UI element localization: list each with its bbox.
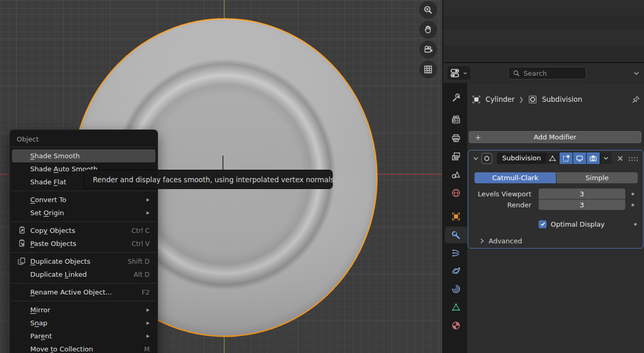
tab-world[interactable] [445,184,467,201]
render-icon [451,115,461,125]
menu-item-set-origin[interactable]: Set Origin▶ [12,206,155,219]
simple-button[interactable]: Simple [556,172,638,183]
menu-item-label: Move to Collection [12,345,93,353]
editor-type-button[interactable] [447,66,470,80]
context-menu-title: Object [10,134,157,145]
grid-icon [423,64,433,75]
advanced-section-toggle[interactable]: Advanced [480,236,522,246]
chevron-right-icon [480,238,484,244]
properties-editor: Search Cylinder ❯ Subd [443,63,644,353]
subdivision-modifier-icon [481,153,492,164]
tooltip-text: Render and display faces smooth, using i… [93,175,336,184]
keyframe-dot[interactable] [634,223,637,226]
zoom-gizmo[interactable] [419,1,437,19]
add-modifier-label: Add Modifier [534,133,577,141]
menu-item-mirror[interactable]: Mirror▶ [12,303,155,316]
camera-view-gizmo[interactable] [419,41,437,58]
menu-item-shortcut: Ctrl C [131,227,155,234]
add-modifier-button[interactable]: + Add Modifier [469,131,641,143]
pan-gizmo[interactable] [419,21,437,39]
subdivision-modifier-icon [528,95,538,104]
vertex-triangle-icon [549,155,556,162]
mesh-data-icon [451,302,461,312]
drag-handle-icon[interactable] [628,154,639,163]
optimal-display-checkbox[interactable] [539,220,546,228]
breadcrumb: Cylinder ❯ Subdivision [471,93,641,105]
chevron-down-icon [463,71,467,75]
pin-icon[interactable] [631,95,641,104]
edit-mode-toggle[interactable] [560,152,573,164]
subdivision-modifier-panel: Subdivision [468,150,643,249]
delete-modifier-button[interactable] [615,156,625,161]
submenu-arrow-icon: ▶ [147,308,155,312]
submenu-arrow-icon: ▶ [147,321,155,325]
menu-item-snap[interactable]: Snap▶ [12,316,155,330]
menu-separator [11,147,156,147]
menu-item-paste-objects[interactable]: Paste ObjectsCtrl V [12,237,155,250]
catmull-clark-button[interactable]: Catmull-Clark [475,172,556,183]
tab-render[interactable] [445,111,467,128]
menu-item-rename-active-object[interactable]: Rename Active Object...F2 [12,286,155,299]
breadcrumb-modifier[interactable]: Subdivision [542,95,582,103]
properties-main: Cylinder ❯ Subdivision + Add Modifier [467,83,644,353]
tab-modifiers[interactable] [445,227,467,243]
object-orange-icon [451,211,461,221]
tab-constraints[interactable] [445,280,467,297]
properties-editor-icon [451,69,462,77]
object-icon [471,95,481,104]
tab-particles[interactable] [445,244,467,261]
tab-tool[interactable] [445,89,467,105]
tab-object[interactable] [445,208,467,225]
properties-header: Search [443,63,644,83]
tool-icon [451,92,461,102]
breadcrumb-object[interactable]: Cylinder [485,95,515,103]
particles-icon [451,248,461,258]
monitor-icon [576,155,584,162]
output-icon [451,133,461,143]
search-input[interactable]: Search [508,67,586,79]
realtime-toggle[interactable] [573,152,586,164]
tab-material[interactable] [445,317,467,334]
chevron-down-icon [473,156,479,161]
render-toggle[interactable] [587,152,600,164]
tab-physics[interactable] [445,262,467,279]
panel-collapse-button[interactable] [471,156,480,161]
menu-item-parent[interactable]: Parent▶ [12,330,155,343]
duplicate-icon [17,256,27,266]
keyframe-dot[interactable] [631,193,634,195]
menu-item-label: Parent [12,332,52,340]
menu-item-duplicate-objects[interactable]: Duplicate ObjectsShift D [12,255,155,268]
modifier-controls-group: Subdivision [497,152,612,164]
tab-output[interactable] [445,130,467,146]
orthographic-grid-gizmo[interactable] [419,61,437,78]
header-options-button[interactable] [630,67,642,79]
constraints-icon [451,284,461,294]
on-cage-toggle[interactable] [546,152,559,164]
menu-item-label: Convert To [12,196,66,204]
menu-item-duplicate-linked[interactable]: Duplicate LinkedAlt D [12,268,155,281]
edit-mode-icon [562,155,570,162]
menu-item-move-to-collection[interactable]: Move to CollectionM [12,343,155,353]
tab-object-data[interactable] [445,299,467,315]
modifier-extras-button[interactable] [600,152,612,164]
tab-scene[interactable] [445,166,467,183]
menu-separator [11,191,156,191]
subdivision-type-segmented: Catmull-Clark Simple [475,172,638,183]
menu-item-convert-to[interactable]: Convert To▶ [12,193,155,206]
tab-view-layer[interactable] [445,148,467,164]
keyframe-dot[interactable] [631,204,634,206]
outliner-editor[interactable] [443,0,644,62]
menu-separator [11,283,156,284]
menu-item-copy-objects[interactable]: Copy ObjectsCtrl C [12,224,155,237]
blender-window: Object Shade SmoothShade Auto SmoothShad… [0,0,644,353]
render-levels-field[interactable]: 3 [539,199,625,210]
menu-item-shade-smooth[interactable]: Shade Smooth [12,149,155,162]
menu-item-label: Set Origin [12,209,64,217]
menu-item-label: Rename Active Object... [12,288,112,296]
levels-viewport-field[interactable]: 3 [539,189,625,199]
modifier-name-field[interactable]: Subdivision [497,152,545,164]
menu-item-label: Shade Smooth [12,152,80,160]
menu-item-shortcut: F2 [142,288,155,296]
render-levels-label: Render [468,201,531,209]
menu-item-label: Mirror [12,306,50,314]
